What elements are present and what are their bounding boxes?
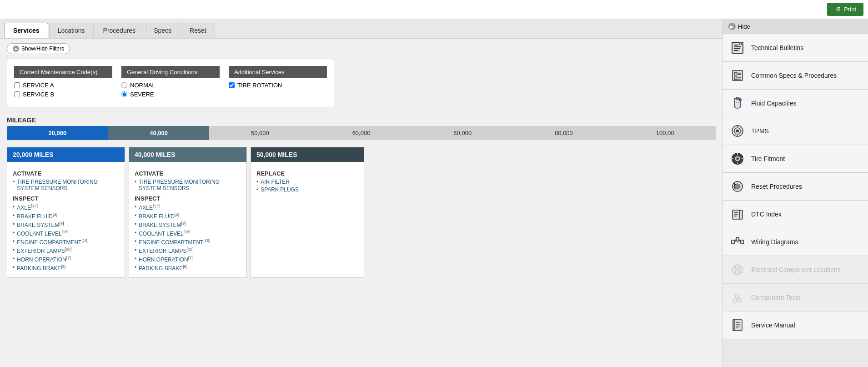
sidebar-item-electrical-locations: Electrical Component Locations xyxy=(723,256,868,284)
tab-bar: ServicesLocationsProceduresSpecsReset xyxy=(0,19,722,39)
parking-brake-link-1[interactable]: PARKING BRAKE[8] xyxy=(17,264,65,271)
coolant-item-1: COOLANT LEVEL[18] xyxy=(13,230,119,237)
air-filter-item: AIR FILTER xyxy=(256,179,358,185)
sidebar-item-tpms[interactable]: TPMS xyxy=(723,117,868,145)
tire-fitment-label: Tire Fitment xyxy=(751,155,785,162)
normal-option: NORMAL xyxy=(121,82,220,89)
dtc-index-label: DTC Index xyxy=(751,211,782,218)
coolant-link-1[interactable]: COOLANT LEVEL[18] xyxy=(17,230,69,237)
ext-lamps-link-1[interactable]: EXTERIOR LAMPS[20] xyxy=(17,247,71,254)
mileage-100000[interactable]: 100,00 xyxy=(614,126,716,140)
mileage-20000[interactable]: 20,000 xyxy=(7,126,108,140)
tire-rotation-label: TIRE ROTATION xyxy=(237,82,282,89)
driving-conditions-header[interactable]: General Driving Conditions xyxy=(121,66,220,78)
card-40000-header: 40,000 MILES xyxy=(129,147,246,162)
spark-plugs-link[interactable]: SPARK PLUGS xyxy=(261,186,299,193)
ext-lamps-link-2[interactable]: EXTERIOR LAMPS[20] xyxy=(139,247,193,254)
horn-link-1[interactable]: HORN OPERATION[7] xyxy=(17,256,70,263)
wiring-diagrams-label: Wiring Diagrams xyxy=(751,238,798,246)
svg-rect-33 xyxy=(741,240,743,244)
sidebar-item-reset-procedures[interactable]: Reset Procedures xyxy=(723,173,868,201)
parking-brake-link-2[interactable]: PARKING BRAKE[8] xyxy=(139,264,187,271)
ext-lamps-item-1: EXTERIOR LAMPS[20] xyxy=(13,247,119,254)
service-a-option: SERVICE A xyxy=(14,82,112,89)
mileage-80000[interactable]: 80,000 xyxy=(513,126,615,140)
tpms-sensors-link-1[interactable]: TIRE PRESSURE MONITORING SYSTEM SENSORS xyxy=(17,179,119,191)
mileage-40000[interactable]: 40,000 xyxy=(108,126,210,140)
sidebar: ▶ Hide T Technical Bulletins xyxy=(722,19,868,367)
print-label: Print xyxy=(844,6,856,13)
mileage-50000[interactable]: 50,000 xyxy=(209,126,311,140)
brake-system-link-1[interactable]: BRAKE SYSTEM[9] xyxy=(17,221,64,228)
sidebar-item-wiring-diagrams[interactable]: Wiring Diagrams xyxy=(723,228,868,256)
print-button[interactable]: 🖨 Print xyxy=(827,3,863,16)
coolant-link-2[interactable]: COOLANT LEVEL[18] xyxy=(139,230,191,237)
show-hide-filters-button[interactable]: ● Show/Hide Filters xyxy=(7,43,70,54)
electrical-icon xyxy=(729,261,746,278)
normal-radio[interactable] xyxy=(121,82,127,88)
engine-comp-item-2: ENGINE COMPARTMENT[19] xyxy=(135,238,241,246)
specs-icon xyxy=(729,67,746,84)
parking-brake-item-1: PARKING BRAKE[8] xyxy=(13,264,119,271)
electrical-locations-label: Electrical Component Locations xyxy=(751,266,841,273)
top-bar: 🖨 Print xyxy=(0,0,868,19)
sidebar-item-common-specs[interactable]: Common Specs & Procedures xyxy=(723,62,868,90)
engine-comp-link-2[interactable]: ENGINE COMPARTMENT[19] xyxy=(139,238,210,246)
card-20000: 20,000 MILES ACTIVATE TIRE PRESSURE MONI… xyxy=(7,147,125,278)
svg-rect-15 xyxy=(736,97,739,99)
tire-rotation-checkbox[interactable] xyxy=(229,82,235,88)
mileage-label: MILEAGE xyxy=(0,112,722,126)
air-filter-link[interactable]: AIR FILTER xyxy=(261,179,290,185)
horn-link-2[interactable]: HORN OPERATION[7] xyxy=(139,256,192,263)
engine-comp-link-1[interactable]: ENGINE COMPARTMENT[19] xyxy=(17,238,88,246)
mileage-60000a[interactable]: 60,000 xyxy=(311,126,412,140)
show-hide-label: Show/Hide Filters xyxy=(21,45,64,52)
sidebar-item-fluid-capacities[interactable]: Fluid Capacities xyxy=(723,90,868,117)
tpms-icon xyxy=(729,123,746,139)
additional-services-header[interactable]: Additional Services xyxy=(229,66,327,78)
sidebar-item-tire-fitment[interactable]: Tire Fitment xyxy=(723,145,868,173)
brake-system-link-2[interactable]: BRAKE SYSTEM[9] xyxy=(139,221,186,228)
axle-link-2[interactable]: AXLE[17] xyxy=(139,204,160,211)
tab-reset[interactable]: Reset xyxy=(181,23,215,38)
svg-point-51 xyxy=(738,299,742,302)
svg-rect-55 xyxy=(733,320,735,331)
content-area: ServicesLocationsProceduresSpecsReset ● … xyxy=(0,19,722,367)
svg-rect-4 xyxy=(734,50,738,51)
severe-option: SEVERE xyxy=(121,91,220,98)
sidebar-item-dtc-index[interactable]: DTC Index xyxy=(723,201,868,228)
brake-fluid-item-1: BRAKE FLUID[4] xyxy=(13,212,119,220)
spark-plugs-item: SPARK PLUGS xyxy=(256,186,358,193)
svg-rect-27 xyxy=(740,210,743,219)
sidebar-item-service-manual[interactable]: Service Manual xyxy=(723,312,868,339)
svg-rect-1 xyxy=(734,45,738,45)
tab-services[interactable]: Services xyxy=(5,23,48,38)
filter-col-additional: Additional Services TIRE ROTATION xyxy=(229,66,327,100)
service-a-checkbox[interactable] xyxy=(14,82,20,88)
tab-locations[interactable]: Locations xyxy=(49,23,94,38)
svg-point-22 xyxy=(736,157,739,160)
service-b-option: SERVICE B xyxy=(14,91,112,98)
filter-col-maintenance: Current Maintenance Code(s) SERVICE A SE… xyxy=(14,66,112,100)
reset-icon xyxy=(729,178,746,195)
hide-icon: ▶ xyxy=(728,23,736,30)
brake-fluid-link-1[interactable]: BRAKE FLUID[4] xyxy=(17,212,57,220)
tab-specs[interactable]: Specs xyxy=(145,23,180,38)
sidebar-item-technical-bulletins[interactable]: T Technical Bulletins xyxy=(723,34,868,62)
card-50000-body: REPLACE AIR FILTER SPARK PLUGS xyxy=(251,162,364,199)
tpms-sensors-link-2[interactable]: TIRE PRESSURE MONITORING SYSTEM SENSORS xyxy=(139,179,241,191)
tpms-label: TPMS xyxy=(751,127,769,135)
severe-radio[interactable] xyxy=(121,91,127,97)
sidebar-hide-button[interactable]: ▶ Hide xyxy=(723,19,868,34)
mileage-60000b[interactable]: 60,000 xyxy=(412,126,513,140)
maintenance-code-header[interactable]: Current Maintenance Code(s) xyxy=(14,66,112,78)
tab-procedures[interactable]: Procedures xyxy=(95,23,145,38)
svg-rect-2 xyxy=(734,46,741,47)
reset-procedures-label: Reset Procedures xyxy=(751,183,802,190)
brake-fluid-link-2[interactable]: BRAKE FLUID[4] xyxy=(139,212,179,220)
service-b-checkbox[interactable] xyxy=(14,91,20,97)
axle-link-1[interactable]: AXLE[17] xyxy=(17,204,38,211)
svg-point-42 xyxy=(737,269,738,271)
ext-lamps-item-2: EXTERIOR LAMPS[20] xyxy=(135,247,241,254)
service-b-label: SERVICE B xyxy=(23,91,54,98)
